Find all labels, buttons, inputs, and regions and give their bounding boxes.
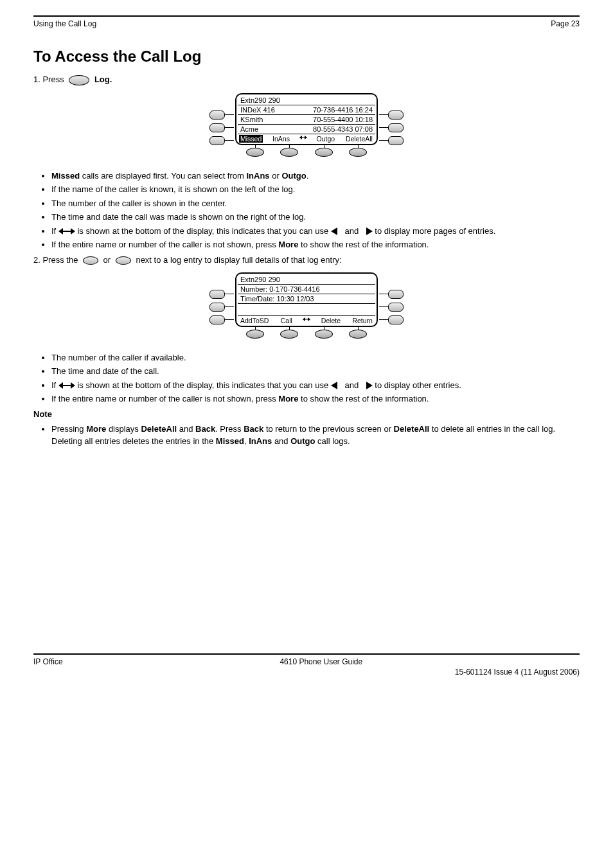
bullet-item: Pressing More displays DeleteAll and Bac…	[51, 423, 580, 448]
svg-marker-2	[305, 136, 307, 139]
svg-marker-10	[58, 382, 63, 389]
note-label: Note	[33, 409, 52, 419]
side-button-icon	[388, 123, 404, 132]
timedate-value: Time/Date: 10:30 12/03	[240, 295, 314, 303]
side-button-icon	[209, 303, 225, 312]
bullet-list-1: Missed calls are displayed first. You ca…	[33, 170, 580, 251]
log-name: INDeX 416	[240, 106, 275, 114]
svg-marker-7	[303, 317, 305, 321]
softkey-buttons	[234, 145, 379, 158]
footer-rule	[33, 653, 580, 655]
screen-title-row: Extn290 290	[238, 275, 375, 285]
number-value: Number: 0-170-736-4416	[240, 285, 320, 293]
log-row: Acme 80-555-4343 07:08	[238, 125, 375, 134]
side-button-icon	[388, 136, 404, 145]
bullet-item: If is shown at the bottom of the display…	[51, 225, 580, 238]
footer-right: 15-601124 Issue 4 (11 August 2006)	[33, 668, 580, 677]
page-header: Using the Call Log Page 23	[33, 19, 580, 28]
step2-prefix: 2. Press the	[33, 255, 80, 265]
right-side-buttons	[379, 272, 404, 326]
double-arrow-icon	[299, 135, 307, 140]
log-row: INDeX 416 70-736-4416 16:24	[238, 105, 375, 115]
softkey-button-icon	[280, 148, 298, 157]
step-2: 2. Press the or next to a log entry to d…	[33, 255, 580, 265]
lcd-screen: Extn290 290 INDeX 416 70-736-4416 16:24 …	[235, 93, 378, 145]
softkey-delete: Delete	[320, 317, 342, 324]
footer-center: 4610 Phone User Guide	[63, 657, 580, 666]
lcd-screen: Extn290 290 Number: 0-170-736-4416 Time/…	[235, 272, 378, 327]
softkey-button-icon	[349, 330, 367, 339]
header-rule	[33, 15, 580, 17]
softkey-button-icon	[280, 330, 298, 339]
left-arrow-icon	[331, 382, 337, 389]
log-detail: 80-555-4343 07:08	[313, 125, 373, 133]
side-button-icon	[209, 123, 225, 132]
double-arrow-icon	[303, 317, 310, 322]
svg-marker-1	[299, 136, 302, 139]
footer-left: IP Office	[33, 657, 63, 666]
side-button-icon	[388, 315, 404, 324]
svg-marker-4	[58, 228, 63, 235]
softkey-button-icon	[349, 148, 367, 157]
bullet-item: The number of the caller if available.	[51, 351, 580, 364]
softkey-outgo: Outgo	[315, 135, 337, 143]
left-arrow-icon	[331, 227, 337, 235]
note-bullets: Pressing More displays DeleteAll and Bac…	[33, 423, 580, 448]
phone-screen-1: Extn290 290 INDeX 416 70-736-4416 16:24 …	[33, 93, 580, 158]
header-left: Using the Call Log	[33, 19, 96, 28]
side-button-icon	[209, 290, 225, 299]
log-name: KSmith	[240, 116, 263, 123]
log-name: Acme	[240, 125, 258, 133]
svg-marker-11	[71, 382, 75, 389]
double-arrow-icon	[58, 227, 75, 235]
softkey-button-icon	[315, 148, 333, 157]
double-arrow-icon	[58, 382, 75, 389]
screen-title-row: Extn290 290	[238, 96, 375, 105]
right-arrow-icon	[366, 227, 373, 235]
bullet-item: If the entire name or number of the call…	[51, 393, 580, 405]
step1-prefix: 1. Press	[33, 75, 66, 84]
softkey-return: Return	[351, 317, 374, 324]
detail-row: Time/Date: 10:30 12/03	[238, 294, 375, 304]
log-row: KSmith 70-555-4400 10:18	[238, 115, 375, 125]
log-detail: 70-736-4416 16:24	[313, 106, 373, 114]
bullet-item: The time and date of the call.	[51, 365, 580, 378]
screen-title: Extn290 290	[240, 96, 280, 104]
right-side-buttons	[379, 93, 404, 147]
header-right: Page 23	[551, 19, 580, 28]
detail-row: Number: 0-170-736-4416	[238, 285, 375, 294]
screen-title: Extn290 290	[240, 276, 280, 283]
bullet-item: If the name of the caller is known, it i…	[51, 183, 580, 196]
bullet-item: Missed calls are displayed first. You ca…	[51, 170, 580, 182]
section-title: To Access the Call Log	[33, 48, 580, 66]
note-block: Note	[33, 409, 580, 419]
softkey-inans: InAns	[271, 135, 291, 143]
log-button-icon	[69, 75, 89, 85]
right-side-button-icon	[116, 256, 131, 265]
softkey-row: Missed InAns Outgo DeleteAll	[238, 134, 375, 143]
bullet-item: The number of the caller is shown in the…	[51, 197, 580, 210]
softkey-row: AddToSD Call Delete Return	[238, 316, 375, 324]
step-1: 1. Press Log.	[33, 75, 580, 85]
side-button-icon	[209, 315, 225, 324]
bullet-item: If is shown at the bottom of the display…	[51, 379, 580, 392]
softkey-buttons	[234, 327, 379, 340]
side-button-icon	[388, 290, 404, 299]
side-button-icon	[209, 136, 225, 145]
step2-suffix: next to a log entry to display full deta…	[136, 255, 341, 265]
left-side-buttons	[209, 93, 234, 147]
softkey-button-icon	[246, 148, 264, 157]
svg-marker-5	[71, 228, 75, 235]
phone-screen-2: Extn290 290 Number: 0-170-736-4416 Time/…	[33, 272, 580, 340]
bullet-list-2: The number of the caller if available. T…	[33, 351, 580, 405]
softkey-button-icon	[246, 330, 264, 339]
bullet-item: The time and date the call was made is s…	[51, 211, 580, 224]
left-side-buttons	[209, 272, 234, 326]
softkey-addtosd: AddToSD	[239, 317, 270, 324]
page-footer: IP Office 4610 Phone User Guide 15-60112…	[33, 653, 580, 677]
right-arrow-icon	[366, 382, 373, 389]
svg-marker-8	[308, 317, 310, 321]
softkey-missed: Missed	[239, 135, 263, 143]
softkey-deleteall: DeleteAll	[344, 135, 374, 143]
softkey-call: Call	[280, 317, 294, 324]
